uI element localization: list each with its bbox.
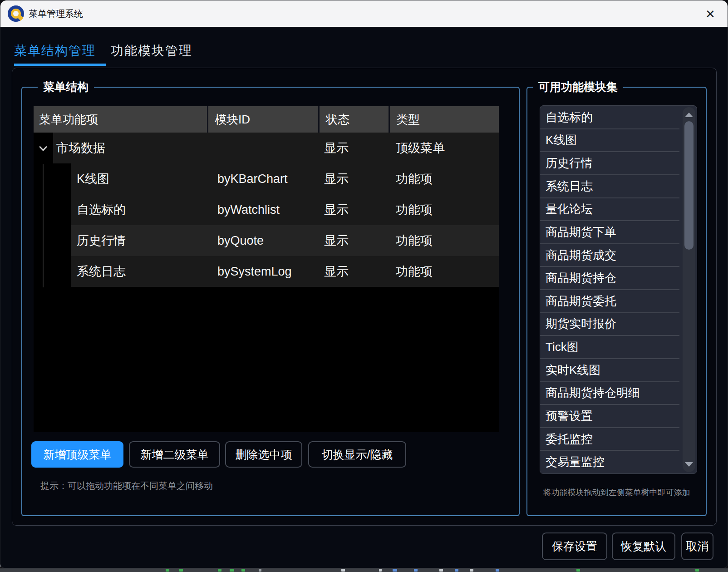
row-name: 自选标的	[77, 194, 126, 225]
row-type: 功能项	[396, 225, 433, 256]
module-item[interactable]: 期货实时报价	[540, 312, 679, 335]
column-header-name: 菜单功能项	[34, 106, 208, 133]
strip-fragment	[379, 569, 382, 572]
row-module-id: byQuote	[217, 225, 264, 256]
module-item[interactable]: 商品期货持仓明细	[540, 381, 679, 404]
module-item[interactable]: 预警设置	[540, 404, 679, 427]
strip-fragment	[695, 569, 699, 572]
scrollbar-thumb[interactable]	[684, 121, 694, 250]
tab-menu-structure[interactable]: 菜单结构管理	[14, 42, 96, 59]
module-item[interactable]: 自选标的	[540, 106, 679, 128]
row-name: K线图	[77, 163, 109, 194]
row-status: 显示	[324, 225, 349, 256]
window-title: 菜单管理系统	[29, 0, 83, 27]
menu-management-dialog: 菜单管理系统 ✕ 菜单结构管理 功能模块管理 菜单结构 菜单功能项 模块ID 状…	[0, 0, 728, 568]
row-type: 功能项	[396, 163, 433, 194]
row-module-id: byWatchlist	[217, 194, 280, 225]
strip-fragment	[341, 569, 345, 572]
screen: 菜单管理系统 ✕ 菜单结构管理 功能模块管理 菜单结构 菜单功能项 模块ID 状…	[0, 0, 728, 572]
module-item[interactable]: 历史行情	[540, 151, 679, 174]
strip-fragment	[179, 569, 183, 572]
drag-hint-text: 提示：可以拖动功能项在不同菜单之间移动	[40, 480, 213, 492]
strip-fragment	[496, 569, 499, 572]
restore-defaults-button[interactable]: 恢复默认	[612, 533, 675, 560]
toggle-visibility-button[interactable]: 切换显示/隐藏	[308, 441, 406, 468]
column-header-type: 类型	[390, 106, 497, 133]
save-settings-button[interactable]: 保存设置	[542, 533, 607, 560]
strip-fragment	[166, 569, 169, 572]
active-tab-underline	[14, 64, 106, 66]
module-item[interactable]: 商品期货下单	[540, 220, 679, 243]
strip-fragment	[414, 569, 418, 572]
close-icon[interactable]: ✕	[702, 6, 718, 22]
menu-tree: 市场数据 显示 顶级菜单 K线图 byKBarChart 显示 功能项	[34, 133, 499, 432]
logo-inner-ring	[11, 9, 21, 19]
row-type: 顶级菜单	[396, 133, 445, 163]
module-item[interactable]: 委托监控	[540, 427, 679, 450]
add-top-menu-button[interactable]: 新增顶级菜单	[31, 441, 123, 468]
tree-row-system-log[interactable]: 系统日志 bySystemLog 显示 功能项	[34, 256, 499, 287]
row-module-id: bySystemLog	[217, 256, 292, 287]
row-background-selected	[71, 225, 499, 256]
scroll-up-icon[interactable]	[685, 113, 693, 117]
strip-fragment	[218, 569, 221, 572]
delete-selected-button[interactable]: 删除选中项	[225, 441, 302, 468]
row-name: 历史行情	[77, 225, 126, 256]
tree-row-kbar-chart[interactable]: K线图 byKBarChart 显示 功能项	[34, 163, 499, 194]
drop-hint-text: 将功能模块拖动到左侧菜单树中即可添加	[527, 487, 706, 498]
module-item[interactable]: Tick图	[540, 335, 679, 358]
module-item[interactable]: 量化论坛	[540, 197, 679, 221]
column-header-status: 状态	[320, 106, 390, 133]
strip-fragment	[576, 569, 580, 572]
add-sub-menu-button[interactable]: 新增二级菜单	[129, 441, 220, 468]
module-item[interactable]: 实时K线图	[540, 358, 679, 381]
module-item[interactable]: 商品期货持仓	[540, 266, 679, 289]
module-item[interactable]: K线图	[540, 128, 679, 152]
titlebar: 菜单管理系统 ✕	[0, 0, 728, 27]
module-item[interactable]: 商品期货成交	[540, 243, 679, 266]
menu-structure-panel: 菜单结构 菜单功能项 模块ID 状态 类型 市场数据	[21, 87, 520, 516]
chevron-down-icon[interactable]	[39, 145, 48, 151]
row-status: 显示	[324, 194, 349, 225]
module-item[interactable]: 交易量监控	[540, 450, 679, 473]
row-name: 市场数据	[56, 133, 105, 163]
tab-content-frame: 菜单结构 菜单功能项 模块ID 状态 类型 市场数据	[12, 68, 717, 526]
strip-fragment	[470, 569, 473, 572]
row-type: 功能项	[396, 194, 433, 225]
strip-fragment	[241, 569, 245, 572]
module-list: 自选标的 K线图 历史行情 系统日志 量化论坛 商品期货下单 商品期货成交 商品…	[540, 105, 697, 474]
row-background	[71, 194, 499, 225]
strip-fragment	[259, 569, 261, 572]
scroll-down-icon[interactable]	[685, 462, 693, 467]
tree-row-quote-selected[interactable]: 历史行情 byQuote 显示 功能项	[34, 225, 499, 256]
module-item[interactable]: 商品期货委托	[540, 289, 679, 312]
available-modules-panel: 可用功能模块集 自选标的 K线图 历史行情 系统日志 量化论坛 商品期货下单 商…	[526, 87, 707, 516]
table-header: 菜单功能项 模块ID 状态 类型	[34, 106, 499, 133]
strip-fragment	[455, 569, 458, 572]
tab-function-modules[interactable]: 功能模块管理	[111, 42, 192, 59]
row-status: 显示	[324, 256, 349, 287]
row-status: 显示	[324, 163, 349, 194]
module-item[interactable]: 系统日志	[540, 174, 679, 197]
strip-fragment	[230, 569, 234, 572]
row-module-id: byKBarChart	[217, 163, 288, 194]
tree-row-market-data[interactable]: 市场数据 显示 顶级菜单	[34, 133, 499, 163]
row-status: 显示	[324, 133, 349, 163]
module-list-scrollbar[interactable]	[683, 107, 695, 472]
column-header-module-id: 模块ID	[208, 106, 320, 133]
row-type: 功能项	[396, 256, 433, 287]
strip-fragment	[439, 569, 443, 572]
background-app-strip	[0, 568, 728, 572]
panel-title: 菜单结构	[38, 79, 94, 94]
cancel-button[interactable]: 取消	[681, 533, 713, 560]
app-logo-icon	[8, 5, 24, 22]
strip-fragment	[393, 569, 397, 572]
tree-row-watchlist[interactable]: 自选标的 byWatchlist 显示 功能项	[34, 194, 499, 225]
panel-title: 可用功能模块集	[533, 79, 623, 94]
row-name: 系统日志	[77, 256, 126, 287]
